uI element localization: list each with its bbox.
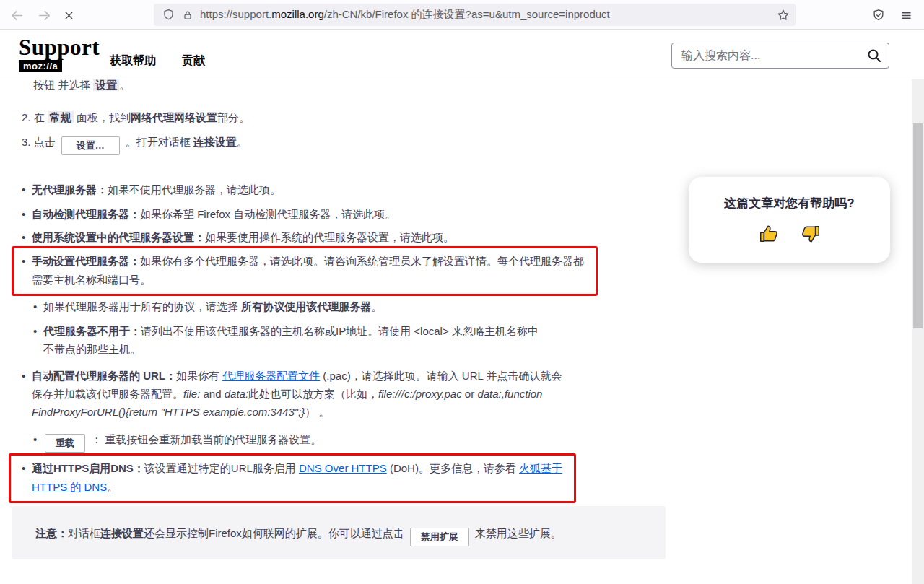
step-3: 3. 点击设置…。打开对话框 连接设置。 [22,134,248,155]
settings-button[interactable]: 设置… [61,136,120,155]
option-auto-config-url: 自动配置代理服务器的 URL：如果你有 代理服务器配置文件 (.pac)，请选择… [20,367,567,421]
stop-icon[interactable] [59,6,78,25]
text: 此处也可以放方案（比如， [248,388,378,400]
disable-extensions-button[interactable]: 禁用扩展 [410,528,469,546]
option-doh: 通过HTTPS启用DNS：该设置通过特定的URL服务启用 DNS Over HT… [11,456,574,501]
feedback-card: 这篇文章对您有帮助吗? [689,177,890,263]
sub-option-no-proxy-for: 代理服务器不用于：请列出不使用该代理服务器的主机名称或IP地址。请使用 <loc… [33,322,543,358]
option-desc: 如果不使用代理服务器，请选此项。 [108,183,281,196]
option-manual-proxy: 手动设置代理服务器：如果你有多个代理服务器，请选此项。请咨询系统管理员来了解设置… [14,248,596,294]
text: 在 [31,111,48,123]
text: 该设置通过特定的URL服务启用 [144,462,299,474]
option-system-proxy: 使用系统设置中的代理服务器设置：如果要使用操作系统的代理服务器设置，请选此项。 [20,230,454,245]
sub-option-reload: 重载： 重载按钮会重新加载当前的代理服务器设置。 [33,430,321,453]
back-icon[interactable] [7,6,26,25]
logo-title: Support [19,36,100,58]
menu-icon[interactable] [897,6,915,25]
option-term: 通过HTTPS启用DNS： [32,462,144,474]
link-dns-over-https[interactable]: DNS Over HTTPS [299,462,387,474]
main-nav: 获取帮助 贡献 [110,53,205,69]
link-proxy-config-file[interactable]: 代理服务器配置文件 [222,370,320,382]
bold-text: 连接设置 [100,527,144,539]
text: 。 [119,79,130,91]
site-header: Support moz://a 获取帮助 贡献 [0,30,924,79]
search-icon[interactable] [866,48,882,64]
url-prefix: https://support. [200,8,271,20]
text: or [462,388,478,400]
step-number: 3. [22,136,31,148]
text: 如果你有 [176,370,222,382]
forward-icon[interactable] [35,6,53,25]
article-content: 按钮 并选择 设置。 2. 在 常规 面板，找到网络代理网络设置部分。 3. 点… [0,0,912,584]
text: 按钮 并选择 [33,79,93,91]
nav-contribute[interactable]: 贡献 [182,53,205,69]
option-auto-detect: 自动检测代理服务器：如果你希望 Firefox 自动检测代理服务器，请选此项。 [20,206,396,222]
text: (DoH)。更多信息，请参看 [387,462,519,474]
text: 。打开对话框 [126,136,193,148]
bold-text: 连接设置 [193,136,237,148]
bold-text: 所有协议使用该代理服务器 [241,300,371,313]
text: and [200,388,224,400]
option-term: 使用系统设置中的代理服务器设置： [32,231,205,243]
bookmark-star-icon[interactable] [777,9,790,22]
italic-text: file: [183,388,200,400]
thumbs-down-icon[interactable] [798,222,823,246]
option-term: 无代理服务器： [32,183,108,196]
url-path: /zh-CN/kb/Firefox 的连接设置?as=u&utm_source=… [324,8,610,20]
mozilla-wordmark: moz://a [19,60,62,72]
text: 来禁用这些扩展。 [475,527,562,539]
nav-get-help[interactable]: 获取帮助 [110,53,156,69]
bold-text: 网络代理网络设置 [131,111,217,123]
general-panel-key: 常规 [48,111,74,123]
step-number: 2. [22,111,31,123]
text: ） 。 [305,406,329,418]
option-desc: 如果你希望 Firefox 自动检测代理服务器，请选此项。 [140,208,396,220]
note-label: 注意： [35,527,68,539]
reload-button[interactable]: 重载 [45,434,85,453]
text: 。 [237,136,248,148]
text: 。 [371,300,382,313]
text: ： 重载按钮会重新加载当前的代理服务器设置。 [91,433,321,445]
feedback-title: 这篇文章对您有帮助吗? [689,195,890,212]
url-bar[interactable]: https://support.mozilla.org/zh-CN/kb/Fir… [154,4,796,26]
url-domain: mozilla.org [271,8,324,20]
page-scrollbar[interactable] [912,30,924,584]
text: 点击 [31,136,56,148]
thumbs-up-icon[interactable] [757,222,781,246]
option-term: 自动配置代理服务器的 URL： [32,370,176,382]
text: 。 [107,481,118,493]
text: 部分。 [217,111,250,123]
search-input[interactable] [672,49,866,62]
shield-check-icon[interactable] [869,6,888,25]
sub-option-all-protocols: 如果代理服务器用于所有的协议，请选择 所有协议使用该代理服务器。 [33,299,382,314]
feedback-buttons [689,222,890,246]
step-1-tail: 按钮 并选择 设置。 [33,77,130,92]
italic-text: data: [225,388,248,400]
option-desc: 如果要使用操作系统的代理服务器设置，请选此项。 [205,231,454,243]
browser-toolbar: https://support.mozilla.org/zh-CN/kb/Fir… [0,0,924,30]
option-term: 代理服务器不用于： [43,325,141,337]
shield-icon[interactable] [162,9,175,21]
note-text: 注意：对话框连接设置还会显示控制Firefox如何联网的扩展。你可以通过点击禁用… [35,525,562,546]
step-2: 2. 在 常规 面板，找到网络代理网络设置部分。 [22,110,250,125]
option-term: 自动检测代理服务器： [32,208,140,220]
option-no-proxy: 无代理服务器：如果不使用代理服务器，请选此项。 [20,182,281,197]
highlight-box-doh: 通过HTTPS启用DNS：该设置通过特定的URL服务启用 DNS Over HT… [9,453,576,503]
text: 对话框 [68,527,100,539]
italic-text: file:///c:/proxy.pac [378,388,462,400]
text: 如果代理服务器用于所有的协议，请选择 [43,300,241,313]
lock-icon[interactable] [182,9,193,21]
text: 面板，找到 [74,111,131,123]
highlight-box-manual-proxy: 手动设置代理服务器：如果你有多个代理服务器，请选此项。请咨询系统管理员来了解设置… [12,246,598,296]
note-box: 注意：对话框连接设置还会显示控制Firefox如何联网的扩展。你可以通过点击禁用… [12,506,666,559]
option-term: 手动设置代理服务器： [32,255,140,267]
settings-menu-key: 设置 [93,79,119,91]
search-box [671,43,889,69]
scrollbar-thumb[interactable] [913,123,923,328]
text: 还会显示控制Firefox如何联网的扩展。你可以通过点击 [144,527,404,539]
url-text: https://support.mozilla.org/zh-CN/kb/Fir… [200,8,777,22]
support-logo[interactable]: Support moz://a [19,36,100,72]
